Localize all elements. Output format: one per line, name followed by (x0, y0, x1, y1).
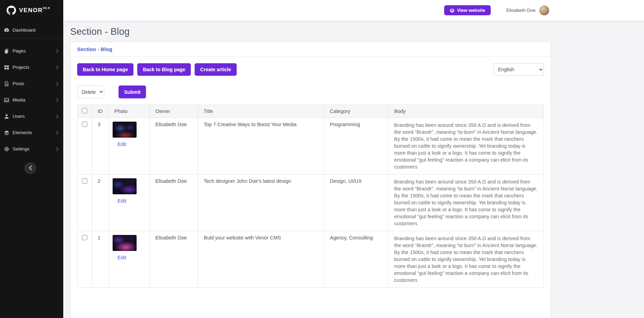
user-avatar (539, 5, 549, 16)
column-header-category: Category (324, 105, 389, 118)
dashboard-icon (3, 27, 9, 33)
post-photo (113, 122, 137, 138)
projects-icon (3, 64, 9, 70)
submit-button[interactable]: Submit (119, 85, 146, 98)
edit-link[interactable]: Edit (117, 141, 126, 147)
users-icon (3, 113, 9, 119)
post-owner: Elisabeth Doe (150, 231, 198, 288)
column-header-photo: Photo (109, 105, 150, 118)
actions-row: Back to Home page Back to Blog page Crea… (77, 63, 544, 76)
post-body: Branding has been around since 350 A.D a… (389, 174, 544, 231)
sidebar-item-users[interactable]: Users (0, 108, 63, 124)
edit-link[interactable]: Edit (117, 198, 126, 204)
sidebar-item-settings[interactable]: Settings (0, 141, 63, 157)
eye-icon (450, 8, 455, 13)
post-id: 2 (98, 178, 100, 184)
sidebar-item-elements[interactable]: Elements (0, 124, 63, 141)
posts-table: ID Photo Owner Title Category Body 3 Edi… (77, 105, 544, 288)
post-category: Programming (324, 118, 389, 174)
back-to-blog-button[interactable]: Back to Blog page (137, 63, 191, 76)
topbar: View website Elisabeth Doe (63, 0, 644, 21)
chevron-right-icon (56, 147, 59, 151)
app-root: VENOR V2.0 Dashboard Pages Projects Post… (0, 0, 644, 318)
posts-icon (3, 81, 9, 87)
chevron-right-icon (56, 65, 59, 70)
blog-section-card: Section - Blog Back to Home page Back to… (70, 42, 551, 318)
posts-table-header: ID Photo Owner Title Category Body (78, 105, 544, 118)
card-header-title: Section - Blog (77, 46, 112, 52)
sidebar-item-pages[interactable]: Pages (0, 43, 63, 59)
chevron-right-icon (56, 131, 59, 135)
language-select[interactable]: English (494, 63, 544, 76)
sidebar-item-dashboard[interactable]: Dashboard (0, 22, 63, 38)
post-photo (113, 178, 137, 194)
chevron-right-icon (56, 98, 59, 102)
post-photo (113, 235, 137, 251)
sidebar: VENOR V2.0 Dashboard Pages Projects Post… (0, 0, 63, 318)
media-icon (3, 97, 9, 103)
user-menu[interactable]: Elisabeth Doe (506, 5, 549, 16)
table-body: 3 Edit Elisabeth Doe Top 7 Creative Ways… (78, 118, 544, 288)
column-header-owner: Owner (150, 105, 198, 118)
chevron-right-icon (56, 114, 59, 119)
post-owner: Elisabeth Doe (150, 118, 198, 174)
post-body: Branding has been around since 350 A.D a… (389, 118, 544, 174)
select-all-checkbox[interactable] (82, 108, 87, 113)
row-checkbox[interactable] (82, 235, 87, 240)
post-category: Agency, Consulting (324, 231, 389, 288)
table-row: 3 Edit Elisabeth Doe Top 7 Creative Ways… (78, 118, 544, 174)
table-row: 1 Edit Elisabeth Doe Buld your website w… (78, 231, 544, 288)
post-body: Branding has been around since 350 A.D a… (389, 231, 544, 288)
post-title: Top 7 Creative Ways to Boost Your Media (198, 118, 324, 174)
main-content: Section - Blog Section - Blog Back to Ho… (63, 21, 644, 318)
pages-icon (3, 48, 9, 54)
post-category: Design, UI/UX (324, 174, 389, 231)
chevron-right-icon (56, 82, 59, 86)
column-header-title: Title (198, 105, 324, 118)
column-header-id: ID (92, 105, 109, 118)
sidebar-item-media[interactable]: Media (0, 92, 63, 108)
view-website-button[interactable]: View website (444, 5, 491, 15)
brand-version: V2.0 (43, 6, 50, 10)
table-row: 2 Edit Elisabeth Doe Tech designer John … (78, 174, 544, 231)
post-title: Buld your website with Venor CMS (198, 231, 324, 288)
post-id: 1 (98, 235, 100, 240)
sidebar-collapse-button[interactable] (24, 162, 36, 174)
card-header: Section - Blog (71, 42, 551, 57)
post-title: Tech designer John Doe's latest design (198, 174, 324, 231)
edit-link[interactable]: Edit (117, 255, 126, 260)
card-body: Back to Home page Back to Blog page Crea… (71, 57, 551, 294)
bulk-action-select[interactable]: Delete (77, 85, 104, 98)
chevron-left-icon (29, 165, 32, 171)
post-id: 3 (98, 122, 100, 127)
column-header-body: Body (389, 105, 544, 118)
sidebar-item-posts[interactable]: Posts (0, 75, 63, 92)
create-article-button[interactable]: Create article (195, 63, 237, 76)
row-checkbox[interactable] (82, 178, 87, 184)
brand-logo[interactable]: VENOR V2.0 (0, 0, 63, 21)
back-to-home-button[interactable]: Back to Home page (77, 63, 133, 76)
brand-name: VENOR (19, 7, 43, 14)
user-name: Elisabeth Doe (506, 8, 536, 13)
github-logo-icon (7, 6, 16, 15)
bulk-actions-row: Delete Submit (77, 85, 544, 98)
row-checkbox[interactable] (82, 122, 87, 127)
sidebar-item-projects[interactable]: Projects (0, 59, 63, 75)
elements-icon (3, 130, 9, 136)
post-owner: Elisabeth Doe (150, 174, 198, 231)
view-website-label: View website (457, 8, 485, 13)
chevron-right-icon (56, 49, 59, 53)
page-title: Section - Blog (70, 26, 551, 37)
settings-icon (3, 146, 9, 152)
